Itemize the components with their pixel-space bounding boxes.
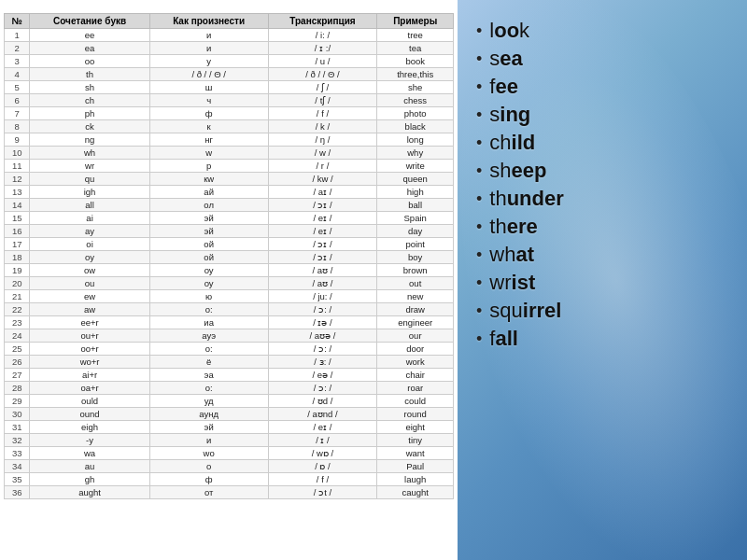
table-row: 30oundаунд/ aʊnd /round (5, 408, 454, 421)
table-cell: chair (377, 369, 454, 382)
table-cell: gh (30, 473, 149, 486)
table-cell: queen (377, 173, 454, 186)
table-cell: wo (149, 447, 268, 460)
table-cell: / w / (268, 147, 377, 160)
table-cell: и (149, 42, 268, 55)
word-prefix: th (489, 187, 506, 211)
word-bold-part: irrel (523, 299, 562, 323)
word-bold-part: ere (507, 215, 538, 239)
table-cell: / k / (268, 120, 377, 133)
table-cell: ф (149, 473, 268, 486)
table-cell: door (377, 343, 454, 356)
table-cell: eight (377, 421, 454, 434)
table-cell: engineer (377, 316, 454, 329)
table-cell: 18 (5, 251, 30, 264)
word-bold-part: oo (494, 19, 519, 43)
table-cell: 11 (5, 160, 30, 173)
table-cell: 5 (5, 81, 30, 94)
table-cell: wh (30, 147, 149, 160)
table-cell: brown (377, 264, 454, 277)
table-row: 28oa+rо:/ ɔ: /roar (5, 382, 454, 395)
table-cell: / f / (268, 107, 377, 120)
table-row: 24ou+rауэ/ aʊə /our (5, 329, 454, 343)
table-cell: day (377, 225, 454, 238)
table-cell: / ɪ :/ (268, 42, 377, 55)
word-bold-part: ee (495, 75, 517, 99)
table-cell: о: (149, 343, 268, 356)
table-cell: / eɪ / (268, 225, 377, 238)
table-cell: / ʃ / (268, 81, 377, 94)
word-bold-part: at (515, 243, 534, 267)
table-cell: she (377, 81, 454, 94)
table-cell: 32 (5, 434, 30, 447)
table-cell: ew (30, 290, 149, 303)
table-cell: 16 (5, 225, 30, 238)
table-cell: 34 (5, 460, 30, 473)
table-cell: ой (149, 251, 268, 264)
table-cell: / ɔ: / (268, 343, 377, 356)
col-number: № (5, 14, 30, 29)
table-cell: ch (30, 94, 149, 107)
table-cell: ow (30, 264, 149, 277)
table-cell: и (149, 434, 268, 447)
table-cell: к (149, 120, 268, 133)
table-cell: high (377, 186, 454, 199)
table-cell: 12 (5, 173, 30, 186)
table-cell: ou+r (30, 329, 149, 343)
table-cell: photo (377, 107, 454, 120)
table-cell: au (30, 460, 149, 473)
table-cell: work (377, 356, 454, 369)
word-prefix: ch (489, 131, 511, 155)
word-bold-part: eep (512, 159, 547, 183)
table-row: 4th/ ð / / Θ // ð / / Θ /three,this (5, 68, 454, 81)
table-cell: / kw / (268, 173, 377, 186)
bullet-word-item: what (476, 243, 564, 267)
word-bold-part: ing (500, 103, 530, 127)
bullet-word-item: sea (476, 47, 564, 71)
table-cell: tree (377, 29, 454, 42)
table-cell: 22 (5, 303, 30, 316)
table-row: 5shш/ ʃ /she (5, 81, 454, 94)
table-cell: о: (149, 382, 268, 395)
table-cell: -y (30, 434, 149, 447)
table-cell: 9 (5, 133, 30, 147)
table-cell: у (149, 55, 268, 68)
table-cell: ound (30, 408, 149, 421)
table-cell: 27 (5, 369, 30, 382)
table-cell: 29 (5, 395, 30, 408)
table-cell: / ɔɪ / (268, 238, 377, 251)
word-bold-part: under (507, 187, 564, 211)
table-cell: 2 (5, 42, 30, 55)
table-cell: new (377, 290, 454, 303)
table-row: 19owоу/ aʊ /brown (5, 264, 454, 277)
table-cell: / aɪ / (268, 186, 377, 199)
table-row: 1eeи/ i: /tree (5, 29, 454, 42)
table-cell: эй (149, 421, 268, 434)
table-cell: eigh (30, 421, 149, 434)
bullet-word-item: squirrel (476, 299, 564, 323)
table-cell: от (149, 486, 268, 499)
table-cell: ой (149, 238, 268, 251)
table-cell: / i: / (268, 29, 377, 42)
table-row: 7phф/ f /photo (5, 107, 454, 120)
table-row: 21ewю/ ju: /new (5, 290, 454, 303)
table-cell: 7 (5, 107, 30, 120)
table-cell: 10 (5, 147, 30, 160)
bullet-word-item: fall (476, 327, 564, 351)
bullet-list: lookseafeesingchildsheepthundertherewhat… (476, 19, 564, 355)
table-cell: th (30, 68, 149, 81)
table-cell: ould (30, 395, 149, 408)
table-cell: 1 (5, 29, 30, 42)
word-prefix: squ (489, 299, 522, 323)
table-cell: аунд (149, 408, 268, 421)
table-cell: ai+r (30, 369, 149, 382)
table-cell: р (149, 160, 268, 173)
table-row: 34auо/ ɒ /Paul (5, 460, 454, 473)
bullet-word-item: thunder (476, 187, 564, 211)
table-cell: / ŋ / (268, 133, 377, 147)
table-cell: 19 (5, 264, 30, 277)
table-cell: oi (30, 238, 149, 251)
table-cell: уд (149, 395, 268, 408)
table-cell: three,this (377, 68, 454, 81)
table-cell: / ɪ / (268, 434, 377, 447)
